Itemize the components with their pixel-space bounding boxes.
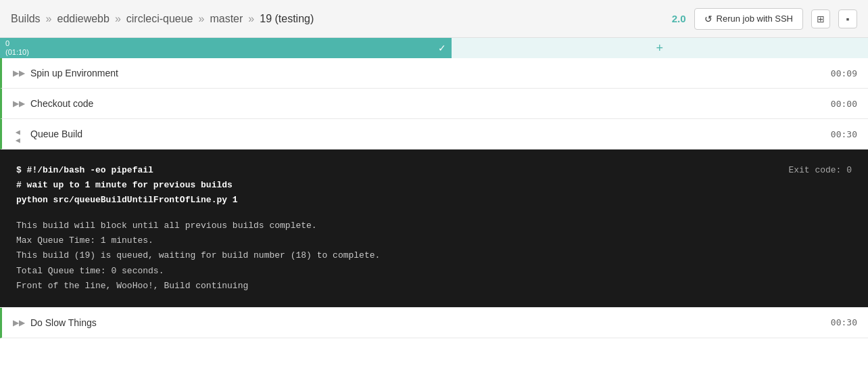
chevron-right-icon: ▶▶ <box>13 68 24 78</box>
pin-button[interactable]: ⊞ <box>811 9 830 28</box>
step-name-queue-build: Queue Build <box>30 129 82 139</box>
breadcrumb-builds[interactable]: Builds <box>11 13 41 25</box>
breadcrumb: Builds » eddiewebb » circleci-queue » ma… <box>11 13 314 25</box>
breadcrumb-repo[interactable]: circleci-queue <box>126 13 193 25</box>
step-left-checkout: ▶▶ Checkout code <box>13 98 93 109</box>
step-name-spin-up: Spin up Environment <box>30 68 118 78</box>
breadcrumb-sep-3: » <box>199 13 205 25</box>
step-row-queue-build[interactable]: ▼▼ Queue Build 00:30 <box>0 119 868 150</box>
progress-filled: 0 (01:10) ✓ <box>0 38 452 58</box>
terminal-output-line4: Total Queue time: 0 seconds. <box>16 264 852 279</box>
progress-label: 0 (01:10) <box>5 39 29 57</box>
breadcrumb-build[interactable]: 19 (testing) <box>260 13 314 25</box>
rerun-label: Rerun job with SSH <box>717 14 793 24</box>
terminal-output-line2: Max Queue Time: 1 minutes. <box>16 233 852 248</box>
step-left-queue-build: ▼▼ Queue Build <box>13 129 82 139</box>
progress-step-num: 0 <box>5 39 29 48</box>
progress-bar: 0 (01:10) ✓ + <box>0 38 868 58</box>
step-left-do-slow: ▶▶ Do Slow Things <box>13 317 97 328</box>
step-row-checkout[interactable]: ▶▶ Checkout code 00:00 <box>0 89 868 119</box>
step-row-spin-up[interactable]: ▶▶ Spin up Environment 00:09 <box>0 58 868 89</box>
step-name-checkout: Checkout code <box>30 98 93 109</box>
steps-container: ▶▶ Spin up Environment 00:09 ▶▶ Checkout… <box>0 58 868 338</box>
terminal-output-line1: This build will block until all previous… <box>16 219 852 233</box>
header-actions: 2.0 ↺ Rerun job with SSH ⊞ ▪ <box>672 8 857 30</box>
progress-empty: + <box>452 38 868 58</box>
step-name-do-slow: Do Slow Things <box>30 317 97 328</box>
breadcrumb-branch[interactable]: master <box>210 13 243 25</box>
terminal-commands: $ #!/bin/bash -eo pipefail # wait up to … <box>16 163 775 208</box>
version-badge: 2.0 <box>672 13 686 24</box>
step-row-do-slow[interactable]: ▶▶ Do Slow Things 00:30 <box>0 308 868 338</box>
header: Builds » eddiewebb » circleci-queue » ma… <box>0 0 868 38</box>
pin-icon: ⊞ <box>817 14 825 24</box>
progress-step-time: (01:10) <box>5 48 29 57</box>
terminal-block: $ #!/bin/bash -eo pipefail # wait up to … <box>0 150 868 308</box>
terminal-cmd1: $ #!/bin/bash -eo pipefail <box>16 163 775 178</box>
terminal-header-line: $ #!/bin/bash -eo pipefail # wait up to … <box>16 163 852 208</box>
breadcrumb-sep-4: » <box>248 13 254 25</box>
rerun-icon: ↺ <box>704 14 713 24</box>
breadcrumb-sep-1: » <box>46 13 52 25</box>
more-icon: ▪ <box>846 14 850 24</box>
step-left: ▶▶ Spin up Environment <box>13 68 118 78</box>
step-time-checkout: 00:00 <box>831 99 857 109</box>
terminal-exit-code: Exit code: 0 <box>788 163 852 178</box>
more-button[interactable]: ▪ <box>838 9 857 28</box>
chevron-down-icon-queue: ▼▼ <box>14 129 23 139</box>
check-icon: ✓ <box>438 43 446 53</box>
chevron-right-icon-slow: ▶▶ <box>13 318 24 327</box>
terminal-cmd2: # wait up to 1 minute for previous build… <box>16 178 775 193</box>
step-time-queue-build: 00:30 <box>831 129 857 139</box>
terminal-output: This build will block until all previous… <box>16 219 852 293</box>
terminal-output-line3: This build (19) is queued, waiting for b… <box>16 248 852 263</box>
step-time-do-slow: 00:30 <box>831 317 857 327</box>
plus-icon: + <box>656 41 664 55</box>
terminal-output-line5: Front of the line, WooHoo!, Build contin… <box>16 279 852 294</box>
chevron-right-icon-checkout: ▶▶ <box>13 99 24 108</box>
step-time-spin-up: 00:09 <box>831 68 857 78</box>
terminal-cmd3: python src/queueBuildUntilFrontOfLine.py… <box>16 193 775 208</box>
breadcrumb-sep-2: » <box>115 13 121 25</box>
rerun-button[interactable]: ↺ Rerun job with SSH <box>694 8 803 30</box>
breadcrumb-user[interactable]: eddiewebb <box>57 13 109 25</box>
